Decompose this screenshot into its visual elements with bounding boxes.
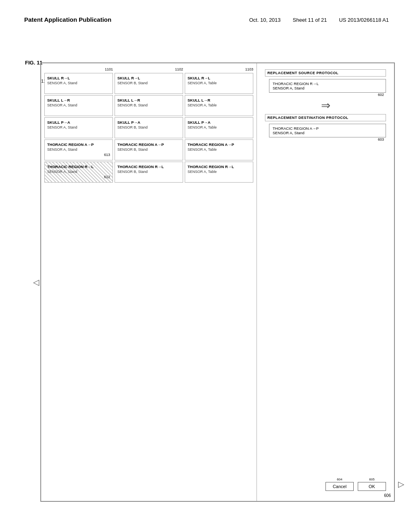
source-ref: 602 [265,93,384,97]
item-title: SKULL R→L [188,75,250,81]
item-title: THORACIC REGION A→P [117,142,180,147]
col-a-ref: 1101 [44,67,113,71]
col-a: 1101 SKULL R→L SENSOR A, Stand SKULL L→R… [44,67,113,497]
item-title: SKULL P→A [188,120,250,125]
nav-arrow-right[interactable]: ▷ [398,479,404,489]
source-card: THORACIC REGION R→L SENSOR A, Stand [269,79,386,93]
item-title: THORACIC REGION R→L [47,164,110,169]
item-title: SKULL P→A [47,120,110,125]
col-b: 1102 SKULL R→L SENSOR B, Stand SKULL L→R… [115,67,183,497]
item-subtitle: SENSOR A, Table [188,169,250,175]
header-title: Patent Application Publication [24,16,111,23]
list-item[interactable]: THORACIC REGION A→P SENSOR B, Stand [115,139,183,160]
item-subtitle: SENSOR B, Stand [117,103,180,108]
item-subtitle: SENSOR B, Stand [117,147,180,152]
col-table: 1103 SKULL R→L SENSOR A, Table SKULL L→R… [185,67,253,497]
item-title: SKULL R→L [47,75,110,81]
item-title: THORACIC REGION R→L [117,164,180,169]
item-title: SKULL P→A [117,120,180,125]
dest-card-line2: SENSOR A, Stand [273,131,382,135]
figure-label: FIG. 11 [25,60,42,66]
dest-section: REPLACEMENT DESTINATION PROTOCOL THORACI… [265,114,386,141]
ok-button[interactable]: OK [358,482,386,491]
header-sheet: Sheet 11 of 21 [293,17,327,23]
transfer-arrow: ⇒ [265,99,386,112]
item-title: THORACIC REGION A→P [47,142,110,147]
dest-title: REPLACEMENT DESTINATION PROTOCOL [265,114,386,121]
bottom-ref: 606 [384,493,391,498]
list-item[interactable]: THORACIC REGION R→L SENSOR A, Table [185,162,253,183]
list-item-selected[interactable]: THORACIC REGION R→L SENSOR A, Stand 612 [44,162,113,183]
nav-arrow-left[interactable]: ◁ [33,277,39,287]
item-subtitle: SENSOR A, Stand [47,103,110,108]
ok-ref: 605 [369,478,374,481]
figure-label-text: FIG. 11 [25,60,42,66]
dest-card-line1: THORACIC REGION A→P [273,126,382,131]
item-subtitle: SENSOR A, Stand [47,169,110,175]
item-title: THORACIC REGION A→P [188,142,250,147]
page: Patent Application Publication Oct. 10, … [0,0,413,532]
cancel-button[interactable]: Cancel [325,482,354,491]
list-item[interactable]: SKULL P→A SENSOR A, Table [185,117,253,138]
list-item[interactable]: SKULL R→L SENSOR A, Stand [44,73,113,94]
list-item[interactable]: THORACIC REGION R→L SENSOR B, Stand [115,162,183,183]
list-item[interactable]: SKULL L→R SENSOR A, Table [185,95,253,116]
item-ref: 613 [47,152,110,158]
item-subtitle: SENSOR B, Stand [117,81,180,86]
header-meta: Oct. 10, 2013 Sheet 11 of 21 US 2013/026… [249,17,389,23]
col-b-ref: 1102 [115,67,183,71]
list-item[interactable]: SKULL P→A SENSOR B, Stand [115,117,183,138]
list-item[interactable]: SKULL L→R SENSOR B, Stand [115,95,183,116]
three-columns: 1101 SKULL R→L SENSOR A, Stand SKULL L→R… [44,67,253,497]
list-panel: 1101 SKULL R→L SENSOR A, Stand SKULL L→R… [41,63,257,501]
list-item[interactable]: SKULL R→L SENSOR B, Stand [115,73,183,94]
dest-ref: 603 [265,137,384,141]
item-subtitle: SENSOR A, Table [188,81,250,86]
item-subtitle: SENSOR A, Stand [47,147,110,152]
source-section: REPLACEMENT SOURCE PROTOCOL THORACIC REG… [265,69,386,97]
col-table-ref: 1103 [185,67,253,71]
item-subtitle: SENSOR A, Table [188,125,250,130]
cancel-ref: 604 [337,478,342,481]
item-subtitle: SENSOR A, Table [188,103,250,108]
dest-card: THORACIC REGION A→P SENSOR A, Stand [269,124,386,137]
list-item[interactable]: SKULL R→L SENSOR A, Table [185,73,253,94]
inner-layout: 1101 SKULL R→L SENSOR A, Stand SKULL L→R… [41,63,394,501]
item-title: SKULL L→R [117,98,180,103]
source-title: REPLACEMENT SOURCE PROTOCOL [265,69,386,77]
item-title: SKULL R→L [117,75,180,81]
source-card-line1: THORACIC REGION R→L [273,81,382,86]
main-container: ◁ ▷ 1101 SKULL R→L SENSOR A, Stand [40,62,395,502]
header-patent: US 2013/0266118 A1 [339,17,389,23]
list-item[interactable]: SKULL L→R SENSOR A, Stand [44,95,113,116]
source-card-line2: SENSOR A, Stand [273,86,382,90]
list-item[interactable]: THORACIC REGION A→P SENSOR A, Stand 613 [44,139,113,160]
header-date: Oct. 10, 2013 [249,17,281,23]
item-title: SKULL L→R [188,98,250,103]
item-subtitle: SENSOR B, Stand [117,125,180,130]
item-title: THORACIC REGION R→L [188,164,250,169]
list-item[interactable]: THORACIC REGION A→P SENSOR A, Table [185,139,253,160]
buttons-area: 604 Cancel 605 OK [265,478,386,491]
list-item[interactable]: SKULL P→A SENSOR A, Stand [44,117,113,138]
item-subtitle: SENSOR A, Table [188,147,250,152]
item-subtitle: SENSOR B, Stand [117,169,180,175]
right-panel: REPLACEMENT SOURCE PROTOCOL THORACIC REG… [257,63,394,501]
ok-area: 605 OK [358,478,386,491]
header: Patent Application Publication Oct. 10, … [24,16,389,23]
item-title: SKULL L→R [47,98,110,103]
item-subtitle: SENSOR A, Stand [47,81,110,86]
item-ref: 612 [47,175,110,180]
cancel-area: 604 Cancel [325,478,354,491]
item-subtitle: SENSOR A, Stand [47,125,110,130]
